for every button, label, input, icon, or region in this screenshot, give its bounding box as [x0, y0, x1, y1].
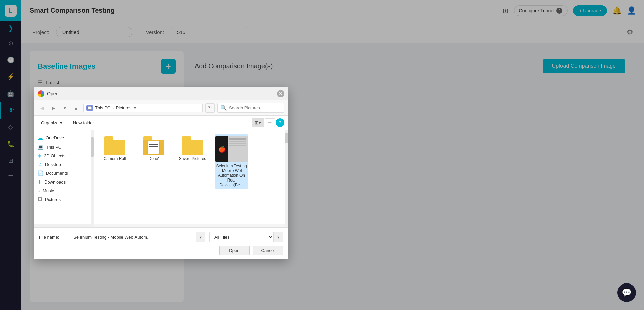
- breadcrumb-pictures[interactable]: Pictures: [116, 105, 132, 110]
- sidebar-scrollbar: [91, 130, 94, 224]
- file-item-done[interactable]: Done': [137, 134, 170, 189]
- breadcrumb-arrow1: ›: [112, 105, 114, 110]
- files-scrollbar-thumb[interactable]: [285, 133, 288, 143]
- sidebar-item-downloads[interactable]: ⬇ Downloads: [34, 177, 94, 186]
- music-label: Music: [43, 188, 54, 193]
- filename-input-wrapper: ▾: [70, 232, 205, 242]
- music-icon: ♪: [38, 188, 40, 193]
- this-pc-icon: 💻: [38, 144, 43, 150]
- saved-pictures-label: Saved Pictures: [179, 156, 206, 161]
- pictures-label: Pictures: [45, 197, 61, 202]
- documents-icon: 📄: [38, 170, 43, 176]
- recent-button[interactable]: ▾: [60, 104, 69, 112]
- chat-icon: 💬: [622, 288, 632, 297]
- selenium-thumbnail: 🍎: [215, 136, 248, 162]
- search-input[interactable]: [229, 105, 281, 110]
- filetype-select[interactable]: All Files: [210, 232, 273, 242]
- 3d-objects-label: 3D Objects: [44, 153, 65, 158]
- up-button[interactable]: ▲: [72, 104, 80, 112]
- organize-button[interactable]: Organize ▾: [38, 119, 66, 127]
- cancel-button[interactable]: Cancel: [253, 246, 283, 255]
- scrollbar-right-spacer: [285, 224, 288, 227]
- help-button[interactable]: ?: [276, 118, 284, 127]
- scrollbar-left-spacer: [34, 224, 94, 227]
- file-item-saved-pictures[interactable]: Saved Pictures: [176, 134, 209, 189]
- large-icons-view-button[interactable]: ⊞▾: [252, 118, 264, 127]
- filename-dropdown-button[interactable]: ▾: [196, 232, 205, 242]
- svg-rect-1: [88, 109, 91, 110]
- dialog-bottom-scrollbar: [34, 224, 288, 227]
- details-view-button[interactable]: ☰: [265, 118, 275, 127]
- onedrive-icon: ☁: [38, 135, 43, 141]
- open-file-dialog: Open ✕ ◀ ▶ ▾ ▲ This PC › Pictures ▾ ↻ 🔍: [34, 87, 288, 259]
- camera-roll-label: Camera Roll: [104, 156, 126, 161]
- breadcrumb-this-pc[interactable]: This PC: [95, 105, 110, 110]
- dialog-body: ☁ OneDrive 💻 This PC ◈ 3D Objects 🖥 Desk…: [34, 130, 288, 224]
- search-icon: 🔍: [220, 105, 227, 111]
- dialog-actions: Organize ▾ New folder ⊞▾ ☰ ?: [34, 116, 288, 130]
- file-item-selenium[interactable]: 🍎 Selenium Testing - Mobile Web Automati…: [215, 134, 248, 189]
- saved-pictures-folder-icon: [182, 136, 203, 155]
- dialog-sidebar: ☁ OneDrive 💻 This PC ◈ 3D Objects 🖥 Desk…: [34, 130, 94, 224]
- sidebar-item-pictures[interactable]: 🖼 Pictures: [34, 195, 94, 204]
- sidebar-item-3d-objects[interactable]: ◈ 3D Objects: [34, 151, 94, 160]
- new-folder-button[interactable]: New folder: [70, 119, 97, 127]
- sidebar-item-this-pc[interactable]: 💻 This PC: [34, 143, 94, 151]
- this-pc-icon: [86, 105, 93, 111]
- desktop-icon: 🖥: [38, 162, 42, 167]
- filetype-dropdown-button[interactable]: ▾: [273, 232, 283, 242]
- filename-label: File name:: [39, 235, 66, 240]
- desktop-label: Desktop: [45, 162, 61, 167]
- dialog-title-left: Open: [38, 90, 58, 97]
- this-pc-label: This PC: [46, 145, 61, 150]
- camera-roll-folder-icon: [104, 136, 125, 155]
- files-scrollbar[interactable]: [285, 130, 288, 224]
- scrollbar-track[interactable]: [94, 224, 285, 227]
- organize-label: Organize: [41, 120, 59, 125]
- sidebar-scrollbar-thumb[interactable]: [91, 137, 94, 157]
- breadcrumb-dropdown-button[interactable]: ▾: [134, 106, 136, 110]
- documents-label: Documents: [46, 171, 68, 176]
- svg-rect-0: [88, 106, 92, 109]
- view-buttons: ⊞▾ ☰ ?: [252, 118, 284, 127]
- sidebar-item-desktop[interactable]: 🖥 Desktop: [34, 160, 94, 169]
- dialog-toolbar: ◀ ▶ ▾ ▲ This PC › Pictures ▾ ↻ 🔍: [34, 100, 288, 116]
- sidebar-item-music[interactable]: ♪ Music: [34, 186, 94, 195]
- chrome-icon: [38, 90, 44, 97]
- dialog-title: Open: [47, 91, 58, 96]
- refresh-button[interactable]: ↻: [205, 103, 215, 113]
- filename-input[interactable]: [70, 232, 196, 242]
- forward-button[interactable]: ▶: [49, 104, 58, 112]
- open-button[interactable]: Open: [219, 246, 250, 255]
- filetype-select-wrapper: All Files ▾: [209, 232, 283, 242]
- downloads-label: Downloads: [44, 179, 66, 185]
- 3d-objects-icon: ◈: [38, 153, 41, 158]
- dialog-close-button[interactable]: ✕: [277, 90, 284, 97]
- footer-buttons: Open Cancel: [39, 246, 283, 255]
- back-button[interactable]: ◀: [38, 104, 46, 112]
- dialog-files-area: Camera Roll Done': [94, 130, 285, 224]
- done-folder-icon: [143, 136, 164, 155]
- dialog-footer: File name: ▾ All Files ▾ Open Cancel ⤡: [34, 227, 288, 259]
- pictures-icon: 🖼: [38, 197, 42, 202]
- search-box: 🔍: [217, 103, 284, 113]
- selenium-label: Selenium Testing - Mobile Web Automation…: [216, 164, 247, 187]
- done-label: Done': [149, 156, 159, 161]
- filename-row: File name: ▾ All Files ▾: [39, 232, 283, 242]
- dialog-overlay: Open ✕ ◀ ▶ ▾ ▲ This PC › Pictures ▾ ↻ 🔍: [0, 0, 644, 310]
- dialog-titlebar: Open ✕: [34, 87, 288, 100]
- onedrive-label: OneDrive: [46, 135, 64, 140]
- breadcrumb-bar: This PC › Pictures ▾: [83, 104, 203, 112]
- sidebar-item-documents[interactable]: 📄 Documents: [34, 169, 94, 177]
- organize-arrow: ▾: [60, 120, 62, 125]
- chat-button[interactable]: 💬: [617, 283, 636, 302]
- file-item-camera-roll[interactable]: Camera Roll: [98, 134, 131, 189]
- downloads-icon: ⬇: [38, 179, 42, 185]
- sidebar-item-onedrive[interactable]: ☁ OneDrive: [34, 133, 94, 143]
